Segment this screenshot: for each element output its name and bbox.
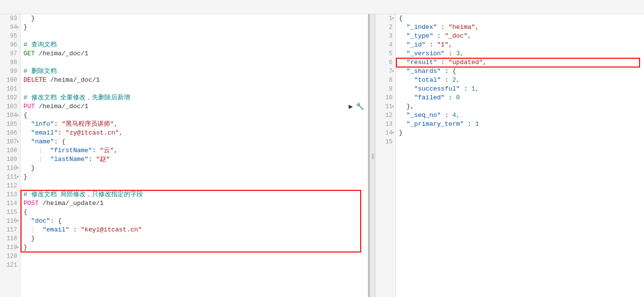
json-key: "total"	[414, 76, 441, 84]
json-value: 3,	[456, 50, 464, 57]
json-value: "黑马程序员讲师",	[62, 120, 117, 128]
editor-line: "info": "黑马程序员讲师",	[23, 120, 368, 129]
line-number: 115	[0, 208, 20, 217]
editor-line-numbers: 9394▾9596979899100101102103104▾105106107…	[0, 14, 21, 297]
json-value: "云",	[100, 147, 117, 154]
response-line-number: 8	[375, 76, 395, 85]
json-value: {	[452, 68, 456, 75]
fold-marker[interactable]: ▾	[392, 14, 394, 23]
line-number: 103	[0, 102, 20, 111]
editor-line: {	[23, 111, 368, 120]
editor-line: }	[23, 173, 368, 182]
json-key: "firstName"	[50, 147, 92, 154]
fold-marker[interactable]: ▾	[17, 23, 19, 32]
response-line-number: 7▾	[375, 67, 395, 76]
json-key: "doc"	[31, 217, 50, 225]
editor-line: "name": {	[23, 137, 368, 146]
line-number: 104▾	[0, 111, 20, 120]
json-key: "_version"	[407, 50, 445, 57]
editor-line	[23, 252, 368, 261]
editor-line: | "lastName": "赵"	[23, 155, 368, 164]
fold-marker[interactable]: ▾	[17, 164, 19, 173]
fold-marker[interactable]: ▾	[17, 111, 19, 120]
editor-line: }	[23, 243, 368, 252]
json-key: "email"	[31, 129, 58, 137]
http-url: /heima/_doc/1	[35, 103, 88, 110]
response-line-number: 11▾	[375, 102, 395, 111]
editor-code-content[interactable]: }}# 查询文档GET /heima/_doc/1# 删除文档DELETE /h…	[21, 14, 368, 270]
json-value: "heima",	[448, 23, 479, 31]
main-area: 9394▾9596979899100101102103104▾105106107…	[0, 14, 644, 297]
json-value: {	[62, 138, 66, 145]
json-value: 1,	[471, 85, 479, 92]
code-text: {	[23, 208, 27, 216]
line-number: 110▾	[0, 164, 20, 173]
http-method: GET	[23, 50, 35, 57]
editor-line: POST /heima/_update/1	[23, 199, 368, 208]
json-key: "result"	[407, 59, 437, 66]
fold-marker[interactable]: ▾	[392, 67, 394, 76]
line-number: 117	[0, 226, 20, 234]
settings-icon[interactable]: 🔧	[356, 102, 364, 111]
response-line-number: 9	[375, 85, 395, 93]
fold-marker[interactable]: ▾	[392, 102, 394, 111]
json-key: "_shards"	[407, 68, 441, 75]
http-url: /heima/_doc/1	[35, 50, 88, 57]
menu-help[interactable]	[22, 5, 31, 9]
editor-line	[23, 58, 368, 67]
line-number: 106	[0, 129, 20, 137]
json-key: "email"	[43, 226, 69, 233]
editor-line: "email": "zy@itcast.cn",	[23, 129, 368, 137]
fold-marker[interactable]: ▾	[17, 217, 19, 226]
code-text: {	[23, 112, 27, 119]
code-text: },	[399, 103, 414, 110]
response-line-number: 14▾	[375, 129, 395, 137]
code-text: }	[23, 164, 35, 172]
editor-line: # 修改文档 全量修改，先删除后新增	[23, 93, 368, 102]
code-text: }	[399, 129, 403, 137]
response-line-number: 12	[375, 111, 395, 120]
json-key: "lastName"	[50, 156, 89, 163]
line-number: 102	[0, 93, 20, 102]
response-line: "_seq_no" : 4,	[399, 111, 644, 120]
json-key: "successful"	[414, 85, 460, 92]
editor-line	[23, 182, 368, 190]
editor-line: # 查询文档	[23, 41, 368, 49]
response-line: "_shards" : {	[399, 67, 644, 76]
comment-text: # 修改文档 全量修改，先删除后新增	[23, 94, 130, 101]
response-line-number: 15	[375, 137, 395, 146]
line-number: 99	[0, 67, 20, 76]
http-method: PUT	[23, 103, 35, 110]
editor-line	[23, 85, 368, 93]
fold-marker[interactable]: ▾	[392, 129, 394, 137]
response-line: "total" : 2,	[399, 76, 644, 85]
code-text: }	[23, 173, 27, 181]
line-number: 93	[0, 14, 20, 23]
response-line-numbers: 1▾234567▾891011▾121314▾15	[375, 14, 396, 297]
json-key: "info"	[31, 120, 54, 128]
fold-marker[interactable]: ▾	[17, 243, 19, 252]
line-number: 121	[0, 261, 20, 270]
response-line: }	[399, 129, 644, 137]
line-number: 116▾	[0, 217, 20, 226]
menu-history[interactable]	[2, 5, 12, 9]
editor-line: # 修改文档 局部修改，只修改指定的字段	[23, 190, 368, 199]
json-key: "_index"	[407, 23, 437, 31]
fold-marker[interactable]: ▾	[17, 173, 19, 182]
line-number: 96	[0, 41, 20, 49]
panel-separator[interactable]: ‖	[369, 14, 375, 297]
line-number: 109	[0, 155, 20, 164]
editor-line: | "firstName": "云",	[23, 146, 368, 155]
line-number: 119▾	[0, 243, 20, 252]
fold-marker[interactable]: ▾	[17, 137, 19, 146]
menubar	[0, 0, 644, 14]
editor-line: # 删除文档	[23, 67, 368, 76]
run-button[interactable]: ▶	[349, 102, 353, 111]
json-key: "name"	[31, 138, 54, 145]
line-number: 113	[0, 190, 20, 199]
menu-settings[interactable]	[12, 5, 22, 9]
http-url: /heima/_doc/1	[46, 76, 100, 84]
json-value: 1	[475, 120, 479, 128]
line-number: 111▾	[0, 173, 20, 182]
response-line: "successful" : 1,	[399, 85, 644, 93]
